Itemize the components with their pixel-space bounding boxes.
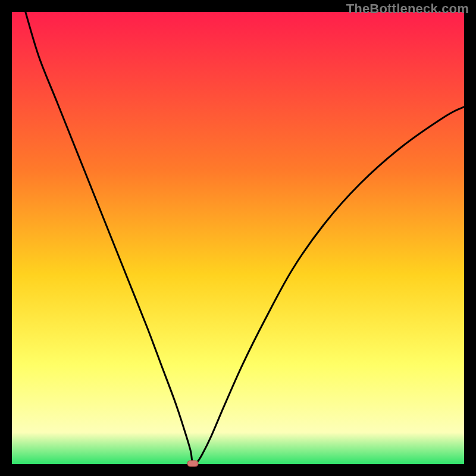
plot-background [12,12,464,464]
minimum-marker [187,461,198,466]
bottleneck-chart [0,0,476,476]
watermark-text: TheBottleneck.com [346,1,469,17]
chart-frame: { "watermark": "TheBottleneck.com", "col… [0,0,476,476]
